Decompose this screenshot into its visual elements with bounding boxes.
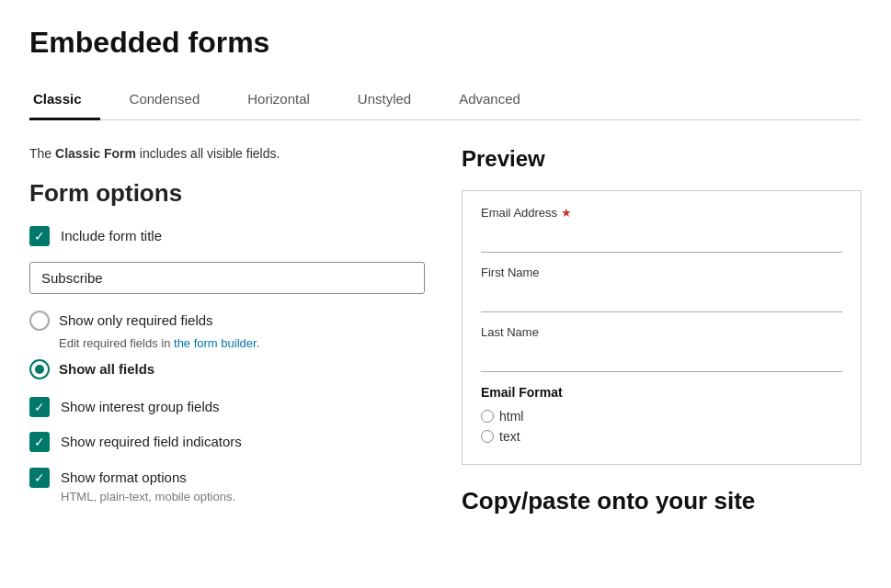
show-all-fields-radio[interactable] — [29, 359, 50, 379]
description: The Classic Form includes all visible fi… — [29, 146, 425, 161]
text-radio[interactable] — [481, 430, 494, 443]
last-name-input[interactable] — [481, 345, 842, 372]
last-name-field: Last Name — [481, 325, 842, 381]
form-builder-link[interactable]: the form builder — [174, 336, 257, 350]
description-bold: Classic Form — [55, 146, 136, 161]
show-format-options-checkbox[interactable]: ✓ — [29, 468, 50, 488]
show-required-fields-label: Show only required fields — [59, 311, 213, 332]
tabs: Classic Condensed Horizontal Unstyled Ad… — [29, 82, 862, 120]
show-interest-group-label: Show interest group fields — [61, 397, 220, 418]
checkmark-icon-3: ✓ — [34, 435, 45, 448]
text-radio-row: text — [481, 429, 842, 444]
show-all-fields-label: Show all fields — [59, 359, 154, 380]
tab-advanced[interactable]: Advanced — [455, 82, 539, 120]
checkmark-icon-2: ✓ — [34, 401, 45, 413]
html-radio-row: html — [481, 409, 842, 424]
show-required-fields-hint: Edit required fields in the form builder… — [59, 336, 425, 350]
show-required-indicators-row: ✓ Show required field indicators — [29, 432, 425, 453]
preview-box: Email Address ★ First Name Last Name — [462, 190, 862, 465]
checkmark-icon: ✓ — [34, 230, 45, 243]
copy-paste-title: Copy/paste onto your site — [462, 487, 862, 515]
include-form-title-row: ✓ Include form title — [29, 226, 425, 247]
email-format-section: Email Format html text — [481, 385, 842, 444]
tab-classic[interactable]: Classic — [29, 82, 100, 120]
email-address-field: Email Address ★ — [481, 206, 842, 266]
show-interest-group-checkbox[interactable]: ✓ — [29, 397, 50, 417]
checkmark-icon-4: ✓ — [34, 471, 45, 484]
show-required-fields-radio[interactable] — [29, 311, 50, 331]
tab-horizontal[interactable]: Horizontal — [244, 82, 328, 120]
include-form-title-checkbox[interactable]: ✓ — [29, 226, 50, 246]
first-name-label: First Name — [481, 266, 540, 279]
required-star-email: ★ — [561, 206, 572, 220]
show-format-options-hint: HTML, plain-text, mobile options. — [61, 490, 235, 503]
email-format-label: Email Format — [481, 385, 842, 400]
form-options-title: Form options — [29, 179, 425, 208]
show-interest-group-row: ✓ Show interest group fields — [29, 397, 425, 418]
first-name-field: First Name — [481, 266, 842, 325]
show-all-fields-row: Show all fields — [29, 359, 425, 380]
subscribe-input[interactable] — [29, 262, 425, 294]
show-required-indicators-checkbox[interactable]: ✓ — [29, 432, 50, 452]
email-address-input[interactable] — [481, 225, 842, 253]
show-required-fields-row: Show only required fields — [29, 311, 425, 332]
show-format-options-label: Show format options — [61, 469, 187, 485]
show-required-indicators-label: Show required field indicators — [61, 432, 242, 453]
email-address-label: Email Address — [481, 206, 557, 220]
show-format-options-row: ✓ Show format options HTML, plain-text, … — [29, 468, 425, 504]
tab-unstyled[interactable]: Unstyled — [354, 82, 429, 120]
tab-condensed[interactable]: Condensed — [126, 82, 219, 120]
html-radio[interactable] — [481, 410, 494, 423]
include-form-title-label: Include form title — [61, 226, 162, 247]
last-name-label: Last Name — [481, 325, 539, 339]
text-radio-label: text — [499, 429, 520, 444]
first-name-input[interactable] — [481, 285, 842, 312]
preview-title: Preview — [462, 146, 862, 172]
html-radio-label: html — [499, 409, 523, 424]
page-title: Embedded forms — [29, 26, 862, 60]
